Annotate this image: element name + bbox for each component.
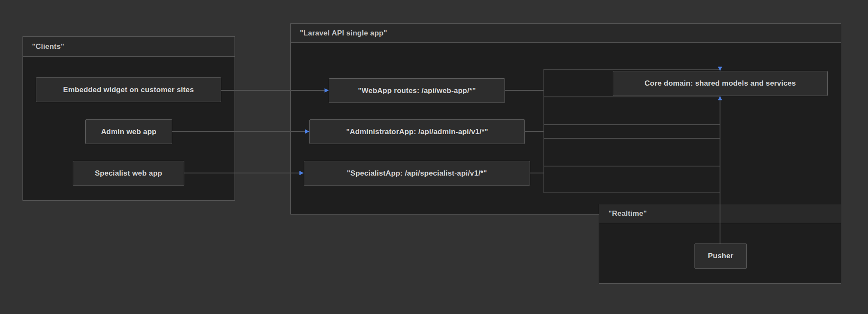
arrowhead-into-specialist-app [299, 171, 304, 175]
edge-line-administrator-to-lanes [525, 131, 543, 132]
routing-lane-2 [543, 97, 720, 125]
edge-line-embedded-to-webapp [221, 90, 325, 91]
arrowhead-into-webapp-routes [325, 88, 329, 93]
edge-line-specialist-to-specialist [184, 173, 299, 173]
edge-line-pusher-to-core [720, 100, 720, 244]
routing-lane-3 [543, 125, 720, 138]
node-label-administrator-app: "AdministratorApp: /api/admin-api/v1/*" [346, 128, 488, 136]
arrowhead-into-core-top [718, 67, 722, 71]
node-specialist-web-app: Specialist web app [73, 161, 184, 186]
routing-lane-5 [543, 166, 720, 193]
node-administrator-app: "AdministratorApp: /api/admin-api/v1/*" [309, 119, 525, 144]
cluster-label-laravel: "Laravel API single app" [300, 29, 387, 38]
node-label-pusher: Pusher [708, 252, 733, 260]
architecture-diagram: "Clients""Laravel API single app""Realti… [0, 0, 868, 314]
node-label-specialist-web-app: Specialist web app [95, 169, 162, 178]
node-label-admin-web-app: Admin web app [101, 128, 156, 136]
node-label-core-domain: Core domain: shared models and services [645, 79, 796, 88]
edge-line-webapp-to-lanes [505, 90, 543, 91]
cluster-label-realtime: "Realtime" [608, 209, 647, 218]
node-admin-web-app: Admin web app [85, 119, 172, 144]
cluster-title-laravel: "Laravel API single app" [291, 24, 841, 43]
cluster-title-clients: "Clients" [23, 37, 235, 57]
edge-line-specialistapp-to-lanes [530, 173, 543, 173]
node-label-webapp-routes: "WebApp routes: /api/web-app/*" [358, 87, 476, 95]
arrowhead-into-administrator-app [305, 129, 309, 134]
node-pusher: Pusher [694, 244, 747, 269]
node-webapp-routes: "WebApp routes: /api/web-app/*" [329, 78, 505, 103]
arrowhead-into-core-bottom [718, 96, 722, 100]
cluster-label-clients: "Clients" [32, 42, 64, 51]
edge-line-admin-to-administrator [172, 131, 305, 132]
node-core-domain: Core domain: shared models and services [613, 71, 828, 96]
node-label-specialist-app: "SpecialistApp: /api/specialist-api/v1/*… [347, 169, 487, 178]
node-specialist-app: "SpecialistApp: /api/specialist-api/v1/*… [304, 161, 530, 186]
routing-lane-4 [543, 138, 720, 166]
node-label-embedded-widget: Embedded widget on customer sites [63, 86, 194, 94]
node-embedded-widget: Embedded widget on customer sites [36, 77, 221, 102]
